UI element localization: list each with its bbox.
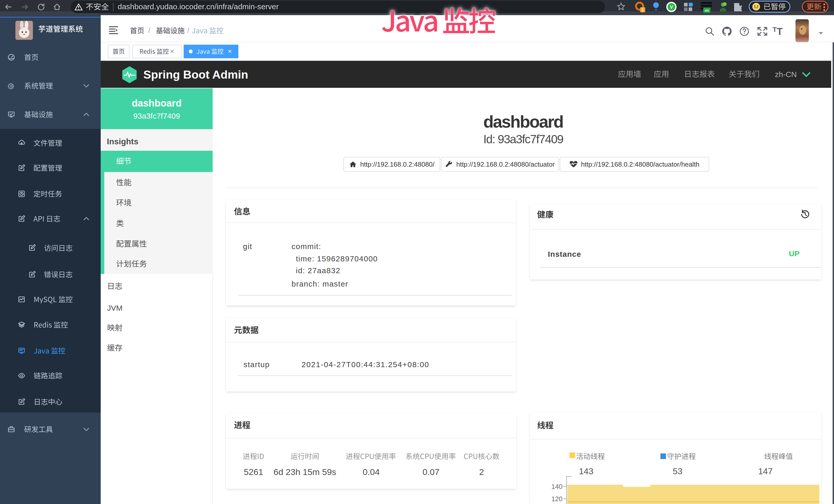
svg-text:T: T — [773, 26, 777, 33]
svg-text:T: T — [777, 26, 783, 37]
